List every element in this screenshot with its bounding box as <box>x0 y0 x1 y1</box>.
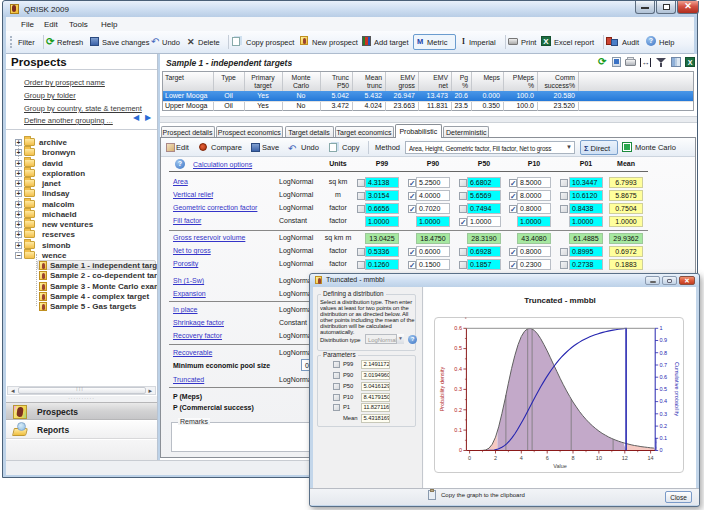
svg-text:0.6: 0.6 <box>454 325 462 331</box>
svg-text:0.4: 0.4 <box>660 398 668 404</box>
svg-text:0.1: 0.1 <box>660 435 668 441</box>
svg-text:12: 12 <box>622 455 628 461</box>
svg-text:0: 0 <box>660 447 663 453</box>
svg-text:0.5: 0.5 <box>454 345 462 351</box>
svg-text:Probability density: Probability density <box>439 366 445 411</box>
svg-text:0.8: 0.8 <box>660 350 668 356</box>
svg-text:0.1: 0.1 <box>454 427 462 433</box>
svg-text:0: 0 <box>459 447 462 453</box>
svg-text:0.3: 0.3 <box>660 411 668 417</box>
svg-text:0.2: 0.2 <box>660 423 668 429</box>
svg-text:0: 0 <box>468 455 471 461</box>
svg-text:0.9: 0.9 <box>660 337 668 343</box>
svg-text:2: 2 <box>494 455 497 461</box>
svg-text:1: 1 <box>660 325 663 331</box>
svg-text:Cumulative probability: Cumulative probability <box>674 362 680 416</box>
svg-text:14: 14 <box>648 455 654 461</box>
svg-text:10: 10 <box>596 455 602 461</box>
svg-text:0.2: 0.2 <box>454 407 462 413</box>
svg-text:0.6: 0.6 <box>660 374 668 380</box>
svg-text:0.4: 0.4 <box>454 366 462 372</box>
svg-text:Value: Value <box>553 463 567 469</box>
svg-text:0.3: 0.3 <box>454 386 462 392</box>
svg-text:0.7: 0.7 <box>660 362 668 368</box>
svg-text:6: 6 <box>546 455 549 461</box>
svg-text:8: 8 <box>571 455 574 461</box>
svg-text:0.5: 0.5 <box>660 386 668 392</box>
svg-text:4: 4 <box>520 455 523 461</box>
